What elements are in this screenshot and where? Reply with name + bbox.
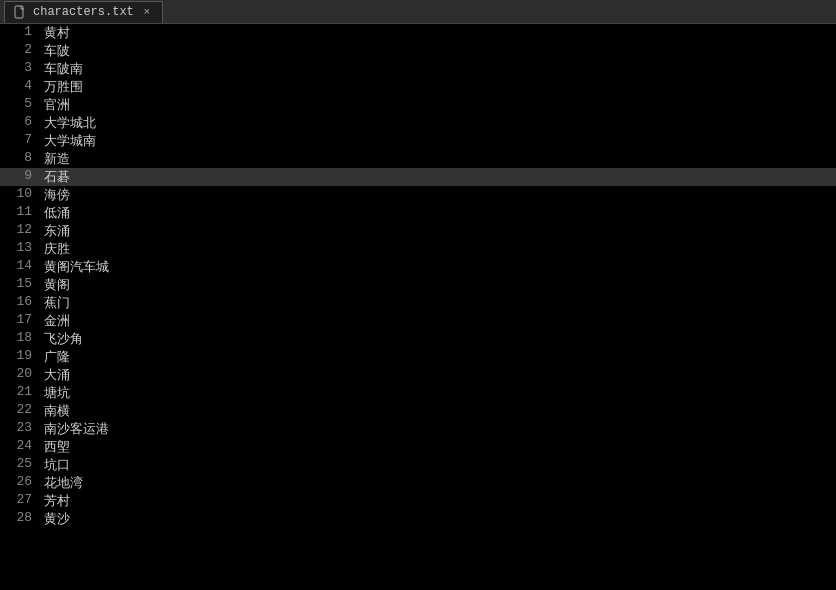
line-content: 芳村 [40,492,836,510]
line-content: 坑口 [40,456,836,474]
line-content: 黄沙 [40,510,836,528]
table-row: 6大学城北 [0,114,836,132]
table-row: 22南横 [0,402,836,420]
line-number: 5 [0,96,40,114]
line-number: 12 [0,222,40,240]
table-row: 12东涌 [0,222,836,240]
title-bar: characters.txt × [0,0,836,24]
line-number: 11 [0,204,40,222]
line-number: 2 [0,42,40,60]
svg-rect-0 [15,6,23,18]
line-content: 花地湾 [40,474,836,492]
line-content: 飞沙角 [40,330,836,348]
line-content: 黄阁汽车城 [40,258,836,276]
table-row: 13庆胜 [0,240,836,258]
line-number: 27 [0,492,40,510]
table-row: 4万胜围 [0,78,836,96]
line-number: 4 [0,78,40,96]
line-number: 22 [0,402,40,420]
line-number: 16 [0,294,40,312]
line-number: 14 [0,258,40,276]
tab-filename: characters.txt [33,5,134,19]
table-row: 25坑口 [0,456,836,474]
tab-close-button[interactable]: × [140,5,154,19]
table-row: 27芳村 [0,492,836,510]
line-content: 海傍 [40,186,836,204]
file-tab[interactable]: characters.txt × [4,1,163,23]
line-content: 大学城南 [40,132,836,150]
line-content: 蕉门 [40,294,836,312]
table-row: 21塘坑 [0,384,836,402]
table-row: 23南沙客运港 [0,420,836,438]
table-row: 14黄阁汽车城 [0,258,836,276]
line-content: 万胜围 [40,78,836,96]
line-number: 25 [0,456,40,474]
table-row: 7大学城南 [0,132,836,150]
table-row: 19广隆 [0,348,836,366]
line-content: 广隆 [40,348,836,366]
table-row: 26花地湾 [0,474,836,492]
line-content: 大涌 [40,366,836,384]
line-content: 庆胜 [40,240,836,258]
table-row: 9石碁 [0,168,836,186]
line-content: 大学城北 [40,114,836,132]
table-row: 11低涌 [0,204,836,222]
line-number: 26 [0,474,40,492]
table-row: 2车陂 [0,42,836,60]
table-row: 3车陂南 [0,60,836,78]
line-number: 18 [0,330,40,348]
editor-area[interactable]: 1黄村2车陂3车陂南4万胜围5官洲6大学城北7大学城南8新造9石碁10海傍11低… [0,24,836,590]
line-content: 低涌 [40,204,836,222]
line-number: 20 [0,366,40,384]
line-number: 23 [0,420,40,438]
line-content: 车陂南 [40,60,836,78]
table-row: 17金洲 [0,312,836,330]
line-number: 17 [0,312,40,330]
table-row: 24西塱 [0,438,836,456]
line-content: 塘坑 [40,384,836,402]
table-row: 28黄沙 [0,510,836,528]
table-row: 20大涌 [0,366,836,384]
line-number: 9 [0,168,40,186]
line-number: 24 [0,438,40,456]
line-number: 19 [0,348,40,366]
line-number: 10 [0,186,40,204]
line-number: 7 [0,132,40,150]
line-content: 车陂 [40,42,836,60]
line-content: 黄村 [40,24,836,42]
table-row: 16蕉门 [0,294,836,312]
table-row: 8新造 [0,150,836,168]
line-number: 13 [0,240,40,258]
table-row: 15黄阁 [0,276,836,294]
line-content: 新造 [40,150,836,168]
table-row: 10海傍 [0,186,836,204]
line-content: 官洲 [40,96,836,114]
line-number: 21 [0,384,40,402]
line-number: 3 [0,60,40,78]
line-number: 1 [0,24,40,42]
line-content: 金洲 [40,312,836,330]
line-number: 28 [0,510,40,528]
table-row: 18飞沙角 [0,330,836,348]
table-row: 5官洲 [0,96,836,114]
line-content: 黄阁 [40,276,836,294]
line-content: 南横 [40,402,836,420]
line-content: 南沙客运港 [40,420,836,438]
table-row: 1黄村 [0,24,836,42]
line-number: 6 [0,114,40,132]
line-content: 东涌 [40,222,836,240]
file-icon [13,5,27,19]
line-number: 15 [0,276,40,294]
line-content: 西塱 [40,438,836,456]
line-number: 8 [0,150,40,168]
line-content: 石碁 [40,168,836,186]
